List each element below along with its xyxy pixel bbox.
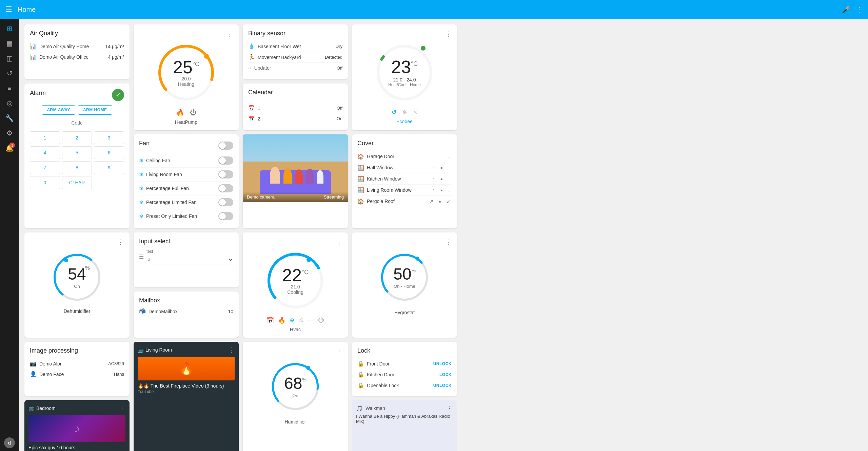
numpad-3[interactable]: 3 [94,131,124,144]
lock-action-1[interactable]: UNLOCK [433,361,452,366]
topbar-more-icon[interactable]: ⋮ [856,5,863,14]
ip-row-2: 👤 Demo Face Hans [30,369,124,379]
humidifier-more-icon[interactable]: ⋮ [336,347,342,355]
hvac-flame-icon[interactable]: 🔥 [278,317,285,324]
fan-row-3: ❄ Percentage Full Fan [139,182,233,195]
calendar-card: Calendar 📅 1 Off 📅 2 On [243,83,348,130]
media-bedroom-more-icon[interactable]: ⋮ [119,404,125,412]
numpad-6[interactable]: 6 [94,146,124,159]
cover-down-2[interactable]: ↓ [447,164,452,171]
media-living-room-more-icon[interactable]: ⋮ [228,346,235,354]
cover-down-1[interactable]: ↓ [447,153,452,160]
cover-stop-5[interactable]: ■ [437,199,442,204]
input-select-dropdown-1[interactable]: a b c [146,255,233,264]
sidebar-item-home[interactable]: ⊞ [3,22,16,35]
heatpump-flame-icon[interactable]: 🔥 [176,109,184,117]
fan-master-toggle[interactable] [218,142,233,150]
ecobee-mode-icons: ↺ ❄ ✳ [357,109,452,116]
cover-up-4[interactable]: ↑ [431,187,436,193]
sidebar-avatar[interactable]: d [4,437,15,448]
walkman-icon: 🎵 [356,405,363,412]
arm-away-button[interactable]: ARM AWAY [42,105,75,115]
fan-toggle-1[interactable] [218,156,233,165]
fan-toggle-4[interactable] [218,198,233,206]
hvac-fan-icon[interactable]: ❊ [299,317,304,324]
hygrostat-more-icon[interactable]: ⋮ [445,238,452,246]
numpad-0[interactable]: 0 [30,176,60,189]
cover-up-2[interactable]: ↑ [431,164,436,171]
dehumidifier-gauge: 54 % On [50,250,104,304]
numpad-4[interactable]: 4 [30,146,60,159]
fan-header: Fan [139,140,233,151]
dehumidifier-name: Dehumidifier [30,308,124,314]
ecobee-refresh-icon[interactable]: ↺ [392,109,397,116]
walkman-more-icon[interactable]: ⋮ [446,404,453,412]
numpad-9[interactable]: 9 [94,161,124,174]
cover-down-5[interactable]: ↙ [445,198,452,205]
fan-toggle-5[interactable] [218,212,233,220]
cover-up-3[interactable]: ↑ [431,175,436,182]
sidebar-item-dashboard[interactable]: ▦ [3,37,16,50]
aq-name-1: Demo Air Quality Home [39,44,102,49]
cover-up-1[interactable]: ↑ [433,153,438,160]
heatpump-more-icon[interactable]: ⋮ [226,30,233,38]
heatpump-gauge-text: 25 °C 20.0 Heating [156,42,217,103]
cover-stop-4[interactable]: ■ [439,188,444,193]
air-quality-card: Air Quality 📊 Demo Air Quality Home 14 μ… [24,24,130,79]
mailbox-title: Mailbox [139,297,233,304]
cover-row-4: 🪟 Living Room Window ↑ ■ ↓ [357,185,452,196]
sidebar-item-entities[interactable]: ◫ [3,52,16,65]
fan-toggle-2[interactable] [218,170,233,178]
cover-stop-2[interactable]: ■ [439,165,444,170]
cover-down-3[interactable]: ↓ [447,175,452,182]
cal-val-2: On [337,116,342,121]
sidebar-item-tools[interactable]: 🔧 [3,111,16,125]
numpad-5[interactable]: 5 [62,146,92,159]
app-title: Home [18,6,836,14]
dehumidifier-card: ⋮ 54 % On Dehumidifier [24,232,130,338]
input-select-name-1: test [146,249,233,254]
media-living-room-header: 📺 Living Room ⋮ [138,346,235,354]
dehumidifier-more-icon[interactable]: ⋮ [117,238,124,246]
input-select-card: Input select ☰ test a b c [134,232,239,287]
numpad-7[interactable]: 7 [30,161,60,174]
cover-icon-5: 🏠 [357,198,364,205]
alarm-buttons: ARM AWAY ARM HOME [30,105,124,115]
hvac-schedule-icon[interactable]: 📅 [267,317,274,324]
lock-action-2[interactable]: LOCK [439,372,452,377]
heatpump-power-icon[interactable]: ⏻ [190,109,197,117]
cover-up-5[interactable]: ↗ [428,198,435,205]
hvac-snowflake-icon[interactable]: ❄ [290,317,295,324]
media-living-room-card: 📺 Living Room ⋮ 🔥 🔥🔥 The Best Fireplace … [134,342,239,451]
sidebar-item-map[interactable]: ◎ [3,96,16,110]
numpad-clear[interactable]: CLEAR [62,176,92,189]
hvac-power-icon[interactable]: ⏻ [318,317,324,324]
arm-home-button[interactable]: ARM HOME [78,105,112,115]
menu-icon[interactable]: ☰ [5,5,12,14]
media-bedroom-room-icon: 📺 [28,406,34,411]
heatpump-card[interactable]: ⋮ 25 °C 20.0 Heating 🔥 [134,24,239,130]
mic-icon[interactable]: 🎤 [842,5,850,14]
sidebar-item-notifications[interactable]: 🔔 1 [3,141,16,155]
ecobee-settings-icon[interactable]: ✳ [413,109,418,116]
sidebar-item-history[interactable]: ↺ [3,67,16,80]
bs-row-2: 🏃 Movement Backyard Detected [248,52,342,63]
hygrostat-gauge-container: 50 % On - Home [357,247,452,307]
hvac-sub: 21.0 [291,284,300,289]
hvac-more-icon[interactable]: ⋮ [336,238,342,246]
alarm-code-input[interactable] [30,119,124,127]
ecobee-more-icon[interactable]: ⋮ [445,30,452,38]
sidebar-item-logbook[interactable]: ≡ [3,81,16,95]
cover-down-4[interactable]: ↓ [447,187,452,193]
numpad-1[interactable]: 1 [30,131,60,144]
binary-sensor-title: Binary sensor [248,30,342,37]
numpad-2[interactable]: 2 [62,131,92,144]
fan-toggle-3[interactable] [218,184,233,192]
numpad-8[interactable]: 8 [62,161,92,174]
hvac-more2-icon[interactable]: ⋯ [308,317,314,324]
cover-stop-3[interactable]: ■ [439,176,444,182]
sidebar-item-settings[interactable]: ⚙ [3,126,16,140]
ecobee-snowflake-icon[interactable]: ❄ [402,109,407,116]
lock-action-3[interactable]: UNLOCK [433,383,452,388]
hvac-card[interactable]: ⋮ 22 °C 21.0 Cooling 📅 [243,232,348,338]
